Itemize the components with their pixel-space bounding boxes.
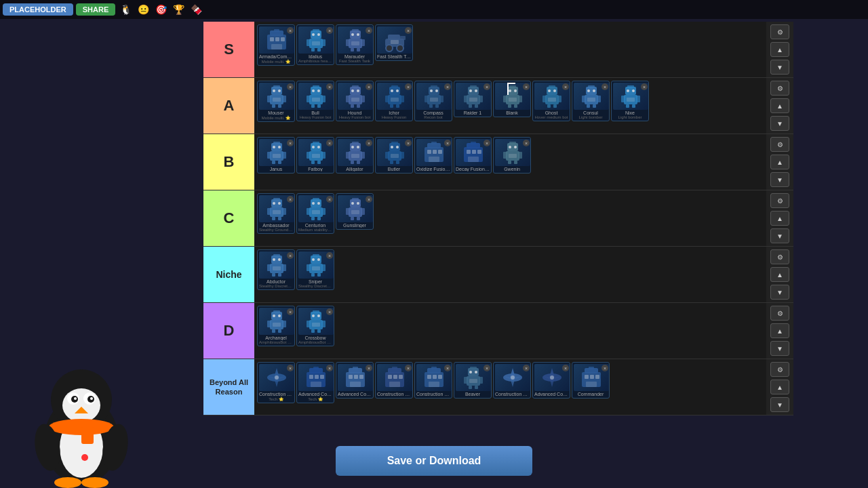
unit-card[interactable]: ×MouserMobile multi. ⭐ bbox=[257, 81, 295, 122]
tier-content-b[interactable]: ×Janus ×Fatboy ×Alligator ×Butler bbox=[254, 134, 766, 190]
unit-close-btn[interactable]: × bbox=[484, 140, 490, 146]
unit-card[interactable]: ×ConsulLight bomber bbox=[572, 81, 610, 121]
unit-close-btn[interactable]: × bbox=[523, 140, 530, 146]
tier-content-c[interactable]: ×AmbassadorStealthy Ground Turret ×Centu… bbox=[254, 190, 766, 246]
unit-close-btn[interactable]: × bbox=[366, 365, 372, 371]
unit-card[interactable]: ×CompassRecon bot bbox=[414, 81, 452, 121]
unit-close-btn[interactable]: × bbox=[484, 83, 490, 90]
unit-card[interactable]: ×Alligator bbox=[336, 137, 374, 174]
unit-close-btn[interactable]: × bbox=[287, 83, 294, 90]
unit-close-btn[interactable]: × bbox=[641, 83, 648, 90]
unit-close-btn[interactable]: × bbox=[601, 83, 608, 90]
unit-close-btn[interactable]: × bbox=[287, 140, 294, 146]
unit-close-btn[interactable]: × bbox=[326, 27, 333, 34]
unit-close-btn[interactable]: × bbox=[484, 365, 490, 371]
unit-card[interactable]: ×Armada/CommanderMobile multi. ⭐ bbox=[257, 24, 295, 66]
unit-close-btn[interactable]: × bbox=[405, 27, 412, 34]
unit-card[interactable]: ×Construction Aircraft bbox=[493, 362, 531, 399]
gear-btn-c[interactable]: ⚙ bbox=[770, 193, 789, 208]
unit-close-btn[interactable]: × bbox=[366, 83, 372, 90]
up-btn-d[interactable]: ▲ bbox=[770, 323, 789, 338]
unit-card[interactable]: ×CrossbowAmphibiousBot bot bbox=[296, 306, 334, 346]
down-btn-a[interactable]: ▼ bbox=[770, 116, 789, 131]
unit-card[interactable]: ×HoundHeavy Fusion bot bbox=[336, 81, 374, 121]
unit-card[interactable]: ×Janus bbox=[257, 137, 295, 174]
unit-close-btn[interactable]: × bbox=[523, 83, 530, 90]
down-btn-c[interactable]: ▼ bbox=[770, 228, 789, 243]
tier-content-s[interactable]: ×Armada/CommanderMobile multi. ⭐ ×Idaliu… bbox=[254, 22, 766, 77]
down-btn-b[interactable]: ▼ bbox=[770, 172, 789, 187]
up-btn-niche[interactable]: ▲ bbox=[770, 267, 789, 282]
unit-card[interactable]: ×Beaver bbox=[454, 362, 492, 399]
gear-btn-d[interactable]: ⚙ bbox=[770, 306, 789, 321]
gear-btn-niche[interactable]: ⚙ bbox=[770, 249, 789, 264]
unit-card[interactable]: ×Fatboy bbox=[296, 137, 334, 174]
up-btn-beyond[interactable]: ▲ bbox=[770, 380, 789, 394]
unit-close-btn[interactable]: × bbox=[562, 83, 569, 90]
unit-close-btn[interactable]: × bbox=[366, 196, 372, 203]
unit-card[interactable]: ×ArchangelAmphibiousBot bot bbox=[257, 306, 295, 346]
unit-card[interactable]: ×Gunslinger bbox=[336, 193, 374, 230]
gear-btn-a[interactable]: ⚙ bbox=[770, 81, 789, 96]
tier-content-d[interactable]: ×ArchangelAmphibiousBot bot ×CrossbowAmp… bbox=[254, 303, 766, 359]
unit-card[interactable]: ×Advanced Construction BotTech ⭐ bbox=[296, 362, 334, 403]
unit-card[interactable]: ×Construction Vehicle bbox=[414, 362, 452, 399]
unit-close-btn[interactable]: × bbox=[287, 365, 294, 371]
unit-close-btn[interactable]: × bbox=[287, 252, 294, 259]
unit-card[interactable]: ×IdaliusAmphibious heavy bot bbox=[296, 24, 334, 65]
gear-btn-b[interactable]: ⚙ bbox=[770, 137, 789, 152]
up-btn-s[interactable]: ▲ bbox=[770, 42, 789, 57]
unit-close-btn[interactable]: × bbox=[405, 365, 412, 371]
unit-card[interactable]: ×AbductorStealthy Discrete bot bbox=[257, 249, 295, 290]
tier-content-niche[interactable]: ×AbductorStealthy Discrete bot ×SniperSt… bbox=[254, 247, 766, 302]
icon-penguin[interactable]: 🐧 bbox=[118, 2, 133, 17]
unit-close-btn[interactable]: × bbox=[326, 252, 333, 259]
unit-card[interactable]: ×MarauderFast Stealth Tank bbox=[336, 24, 374, 65]
unit-close-btn[interactable]: × bbox=[287, 27, 294, 34]
icon-game3[interactable]: 🏆 bbox=[171, 2, 186, 17]
down-btn-niche[interactable]: ▼ bbox=[770, 285, 789, 300]
unit-close-btn[interactable]: × bbox=[405, 140, 412, 146]
unit-card[interactable]: ×Butler bbox=[375, 137, 413, 174]
unit-close-btn[interactable]: × bbox=[326, 140, 333, 146]
unit-card[interactable]: ×NixeLight bomber bbox=[611, 81, 649, 121]
unit-card[interactable]: ×Oxidize Fusion Reactor bbox=[414, 137, 452, 174]
unit-close-btn[interactable]: × bbox=[287, 196, 294, 203]
unit-close-btn[interactable]: × bbox=[366, 140, 372, 146]
unit-card[interactable]: ×IchorHeavy Fusion bbox=[375, 81, 413, 121]
unit-card[interactable]: ×BullHeavy Fusion bot bbox=[296, 81, 334, 121]
down-btn-d[interactable]: ▼ bbox=[770, 341, 789, 356]
unit-card[interactable]: ×Commander bbox=[572, 362, 610, 399]
up-btn-a[interactable]: ▲ bbox=[770, 98, 789, 113]
unit-card[interactable]: ×Construction Bot bbox=[375, 362, 413, 399]
unit-close-btn[interactable]: × bbox=[444, 140, 451, 146]
unit-card[interactable]: ×Construction SeaplaneTech ⭐ bbox=[257, 362, 295, 403]
nav-btn1[interactable]: PLACEHOLDER bbox=[3, 3, 73, 16]
unit-card[interactable]: ×SniperStealthy Discrete bot bbox=[296, 249, 334, 290]
unit-close-btn[interactable]: × bbox=[523, 365, 530, 371]
nav-btn2[interactable]: SHARE bbox=[76, 3, 116, 16]
unit-card[interactable]: ×Advanced Construction Aircraft bbox=[532, 362, 570, 399]
unit-close-btn[interactable]: × bbox=[366, 27, 372, 34]
unit-close-btn[interactable]: × bbox=[326, 365, 333, 371]
unit-close-btn[interactable]: × bbox=[326, 196, 333, 203]
unit-card[interactable]: ×Blank bbox=[493, 81, 531, 117]
unit-close-btn[interactable]: × bbox=[326, 308, 333, 315]
save-download-button[interactable]: Save or Download bbox=[336, 446, 532, 476]
unit-close-btn[interactable]: × bbox=[562, 365, 569, 371]
gear-btn-s[interactable]: ⚙ bbox=[770, 24, 789, 39]
unit-card[interactable]: ×AmbassadorStealthy Ground Turret bbox=[257, 193, 295, 234]
icon-game2[interactable]: 🎯 bbox=[153, 2, 168, 17]
unit-card[interactable]: ×Decay Fusion Reactor bbox=[454, 137, 492, 174]
gear-btn-beyond[interactable]: ⚙ bbox=[770, 362, 789, 377]
up-btn-b[interactable]: ▲ bbox=[770, 155, 789, 169]
unit-card[interactable]: ×CenturionMedium stability bot bbox=[296, 193, 334, 234]
tier-content-a[interactable]: ×MouserMobile multi. ⭐ ×BullHeavy Fusion… bbox=[254, 78, 766, 134]
up-btn-c[interactable]: ▲ bbox=[770, 211, 789, 226]
unit-card[interactable]: ×GhostHover medium bot bbox=[532, 81, 570, 121]
down-btn-beyond[interactable]: ▼ bbox=[770, 397, 789, 412]
down-btn-s[interactable]: ▼ bbox=[770, 60, 789, 75]
unit-card[interactable]: ×Advanced Constructor Vehicle bbox=[336, 362, 374, 399]
unit-card[interactable]: ×Gwenin bbox=[493, 137, 531, 174]
icon-game1[interactable]: 😐 bbox=[136, 2, 151, 17]
